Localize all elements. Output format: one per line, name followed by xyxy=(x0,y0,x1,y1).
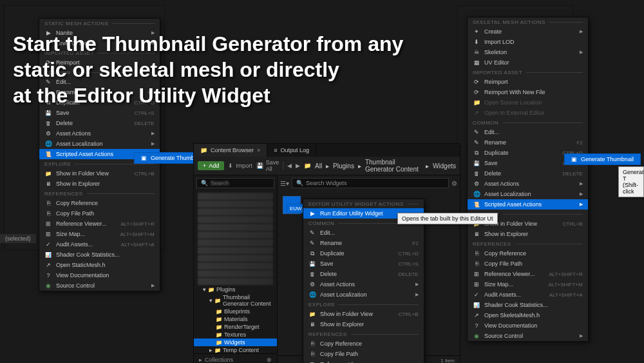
asset-search[interactable]: 🔍Search Widgets xyxy=(292,178,449,188)
menu-open-header[interactable]: Open SkeletalMesh.h xyxy=(468,310,588,320)
menu-uv-editor[interactable]: UV Editor xyxy=(468,57,588,68)
tab-bar: 📁Content Browser× ≡Output Log xyxy=(194,144,460,157)
breadcrumb[interactable]: Plugins xyxy=(333,162,354,170)
menu-header: COMMON xyxy=(39,68,160,77)
menu-audit-assets[interactable]: Audit Assets...ALT+SHIFT+A xyxy=(39,239,160,250)
menu-duplicate[interactable]: DuplicateCTRL+D xyxy=(303,248,424,259)
tooltip-generate-thumbnail: Generate T(Shift-click xyxy=(618,166,644,197)
menu-asset-actions[interactable]: ⚙Asset Actions▶ xyxy=(468,179,588,189)
menu-view-documentation[interactable]: View Documentation xyxy=(468,320,588,331)
menu-duplicate[interactable]: DuplicateCTRL+D xyxy=(39,97,160,108)
menu-edit[interactable]: Edit... xyxy=(468,127,588,137)
menu-reimport[interactable]: Reimport xyxy=(468,77,588,87)
menu-copy-file-path[interactable]: Copy File Path xyxy=(303,349,424,359)
menu-reimport-new[interactable]: Reimport With New File xyxy=(468,87,588,97)
menu-header: IMPORTED ASSET xyxy=(468,68,588,77)
menu-delete[interactable]: DeleteDELETE xyxy=(303,269,424,279)
search-icon: 🔍 xyxy=(201,180,208,186)
menu-size-map[interactable]: Size Map...ALT+SHIFT+M xyxy=(39,229,160,239)
breadcrumb[interactable]: Thumbnail Generator Content xyxy=(365,159,422,173)
tree-blueprints[interactable]: 📁Blueprints xyxy=(194,308,277,315)
tree-widgets[interactable]: 📁Widgets xyxy=(194,338,277,346)
menu-reference-viewer[interactable]: Reference Viewer...ALT+SHIFT+R xyxy=(468,269,588,279)
menu-show-folder[interactable]: Show in Folder ViewCTRL+B xyxy=(303,309,424,319)
menu-rename[interactable]: ✎RenameF2 xyxy=(303,238,424,248)
menu-header: REFERENCES xyxy=(39,189,160,198)
tab-output-log[interactable]: ≡Output Log xyxy=(267,144,316,157)
menu-show-explorer[interactable]: Show in Explorer xyxy=(39,179,160,189)
history-fwd[interactable]: ▶ xyxy=(296,162,300,169)
folder-tree[interactable]: ▾📁Plugins ▾📁Thumbnail Generator Content … xyxy=(194,191,277,353)
selected-label: (selected) xyxy=(0,234,36,243)
menu-asset-actions[interactable]: ⚙Asset Actions▶ xyxy=(303,279,424,289)
breadcrumb[interactable]: Widgets xyxy=(433,162,456,170)
menu-rename[interactable]: ✎RenameF2 xyxy=(468,137,588,148)
menu-copy-file-path[interactable]: Copy File Path xyxy=(468,259,588,269)
menu-save[interactable]: SaveCTRL+S xyxy=(303,259,424,269)
tab-content-browser[interactable]: 📁Content Browser× xyxy=(194,144,267,157)
menu-size-map[interactable]: Size Map...ALT+SHIFT+M xyxy=(468,279,588,289)
breadcrumb[interactable]: All xyxy=(315,162,322,170)
plus-icon: + xyxy=(203,162,206,169)
menu-source-control[interactable]: Source Control▶ xyxy=(468,331,588,341)
sources-search[interactable]: 🔍Search xyxy=(196,178,274,188)
menu-shader-cook[interactable]: Shader Cook Statistics... xyxy=(468,300,588,310)
menu-header: REFERENCES xyxy=(468,239,588,248)
filter-button[interactable]: ☰▾ xyxy=(280,180,289,187)
menu-open-source-location: 📁Open Source Location xyxy=(468,97,588,108)
menu-reference-viewer[interactable]: Reference Viewer...ALT+SHIFT+R xyxy=(39,219,160,229)
menu-header: REFERENCES xyxy=(303,329,424,338)
menu-copy-reference[interactable]: Copy Reference xyxy=(39,198,160,208)
menu-open-header[interactable]: Open StaticMesh.h xyxy=(39,260,160,270)
menu-rename[interactable]: ✎RenameF2 xyxy=(39,87,160,97)
menu-shader-cook[interactable]: Shader Cook Statistics... xyxy=(39,250,160,260)
menu-view-documentation[interactable]: View Documentation xyxy=(39,270,160,280)
menu-scripted-asset-actions[interactable]: Scripted Asset Actions▶ xyxy=(468,199,588,210)
menu-asset-localization[interactable]: 🌐Asset Localization▶ xyxy=(39,139,160,149)
menu-asset-localization[interactable]: 🌐Asset Localization▶ xyxy=(468,189,588,199)
menu-copy-file-path[interactable]: Copy File Path xyxy=(39,208,160,219)
menu-asset-actions[interactable]: ⚙Asset Actions▶ xyxy=(39,128,160,139)
menu-reimport[interactable]: Reimport xyxy=(39,57,160,68)
flyout-generate-thumbnail-right[interactable]: ▣Generate Thumbnail xyxy=(564,153,641,165)
tree-plugins[interactable]: ▾📁Plugins xyxy=(194,286,277,293)
menu-show-explorer[interactable]: Show in Explorer xyxy=(303,319,424,329)
collections-header[interactable]: ▸Collections⊕ xyxy=(194,353,277,363)
menu-delete[interactable]: DeleteDELETE xyxy=(468,168,588,179)
add-button[interactable]: +Add xyxy=(198,161,224,170)
menu-import-lod[interactable]: ⬇Import LOD xyxy=(468,37,588,47)
menu-source-control[interactable]: Source Control▶ xyxy=(39,280,160,291)
tree-rendertarget[interactable]: 📁RenderTarget xyxy=(194,323,277,331)
save-all-button[interactable]: 💾Save All xyxy=(256,159,279,172)
menu-copy-reference[interactable]: Copy Reference xyxy=(468,248,588,259)
log-icon: ≡ xyxy=(274,147,277,153)
thumbnail-icon: ▣ xyxy=(141,155,147,161)
menu-delete[interactable]: DeleteDELETE xyxy=(39,118,160,128)
menu-edit[interactable]: Edit... xyxy=(39,77,160,87)
context-menu-skeletal-mesh[interactable]: SKELETAL MESH ACTIONS Create▶ ⬇Import LO… xyxy=(467,17,589,342)
thumbnail-icon: ▣ xyxy=(571,156,577,162)
import-button[interactable]: ⬇Import xyxy=(228,162,252,169)
close-icon[interactable]: × xyxy=(257,147,260,153)
menu-lod[interactable]: ≡Level Of Detail▶ xyxy=(39,38,160,48)
menu-header: EXPLORE xyxy=(303,300,424,309)
tree-materials[interactable]: 📁Materials xyxy=(194,315,277,323)
tree-textures[interactable]: 📁Textures xyxy=(194,331,277,338)
menu-asset-localization[interactable]: 🌐Asset Localization▶ xyxy=(303,289,424,300)
menu-copy-reference[interactable]: Copy Reference xyxy=(303,338,424,349)
menu-save[interactable]: SaveCTRL+S xyxy=(39,108,160,118)
menu-create[interactable]: Create▶ xyxy=(468,26,588,37)
menu-audit-assets[interactable]: Audit Assets...ALT+SHIFT+A xyxy=(468,289,588,300)
menu-edit[interactable]: Edit... xyxy=(303,228,424,238)
menu-show-explorer[interactable]: Show in Explorer xyxy=(468,229,588,239)
folder-up-icon[interactable]: 📁 xyxy=(304,162,311,169)
tree-temp[interactable]: ▸📁Temp Content xyxy=(194,346,277,353)
history-back[interactable]: ◀ xyxy=(287,162,292,169)
settings-icon[interactable]: ⚙ xyxy=(451,180,457,187)
tooltip-run-euw: Opens the tab built by this Editor Ut xyxy=(397,213,498,224)
menu-show-folder[interactable]: Show in Folder ViewCTRL+B xyxy=(39,168,160,179)
menu-nanite[interactable]: ▶Nanite▶ xyxy=(39,28,160,38)
menu-reference-viewer[interactable]: Reference Viewer...ALT+SHIFT+R xyxy=(303,359,424,363)
tree-tgc[interactable]: ▾📁Thumbnail Generator Content xyxy=(194,293,277,308)
menu-skeleton[interactable]: ☠Skeleton▶ xyxy=(468,47,588,57)
